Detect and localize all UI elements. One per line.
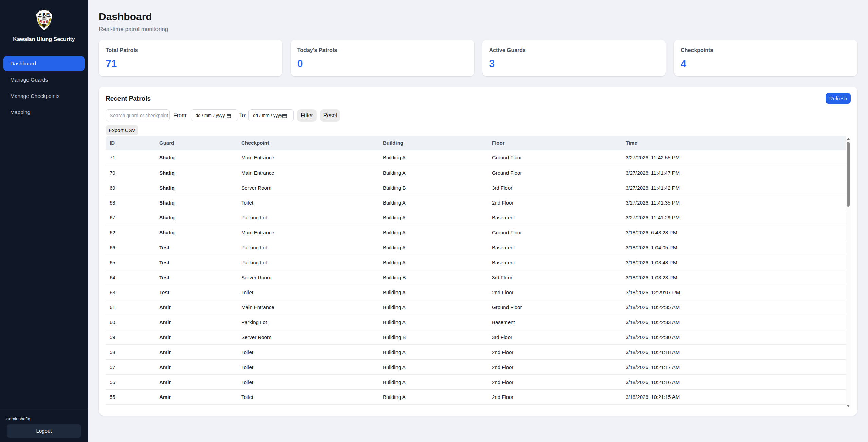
svg-text:PIKM: PIKM [38, 12, 50, 17]
